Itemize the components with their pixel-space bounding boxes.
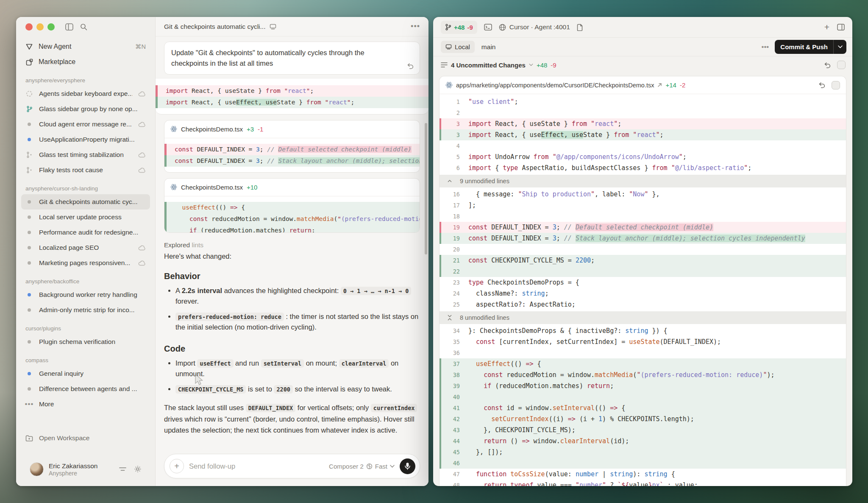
tab-agent-browser[interactable]: Cursor · Agent :4001 <box>499 23 570 31</box>
line-number: 41 <box>440 402 468 414</box>
model-selector[interactable]: Composer 2 Fast <box>329 463 395 470</box>
tab-source-control[interactable]: +48 -9 <box>441 21 477 34</box>
fold-bar[interactable]: 8 unmodified lines <box>440 311 846 324</box>
sidebar-item[interactable]: Cloud agent error message re... <box>21 117 150 132</box>
inline-code: prefers-reduced-motion: reduce <box>175 313 284 321</box>
diff-cards: CheckpointsDemo.tsx+3-1const DEFAULT_IND… <box>164 120 420 233</box>
dot-gray-icon <box>25 120 33 128</box>
avatar[interactable] <box>30 462 44 476</box>
cloud-icon <box>138 122 146 127</box>
sidebar-section-label: anysphere/backoffice <box>25 278 150 285</box>
response-heading: Code <box>164 344 420 354</box>
sidebar-item[interactable]: Localized page SEO <box>21 240 150 255</box>
line-number: 44 <box>440 436 468 447</box>
line-number: 16 <box>440 189 468 200</box>
diff-card[interactable]: CheckpointsDemo.tsx+3-1const DEFAULT_IND… <box>164 120 420 173</box>
minimize-button[interactable] <box>36 23 44 31</box>
zoom-button[interactable] <box>47 23 55 31</box>
split-panel-icon[interactable] <box>837 24 845 31</box>
new-tab-icon[interactable]: + <box>824 22 829 32</box>
diff-card-body: useEffect(() => { const reducedMotion = … <box>164 196 420 232</box>
discard-all-icon[interactable] <box>824 62 831 68</box>
sidebar-body: New Agent ⌘N Marketplace anysphere/every… <box>16 36 155 486</box>
code-line: 42 setCurrentIndex((i) => (i + 1) % CHEC… <box>440 414 846 425</box>
changes-added: +48 <box>537 61 547 69</box>
stage-file-checkbox[interactable] <box>832 81 840 89</box>
cursor-agents-window: New Agent ⌘N Marketplace anysphere/every… <box>16 17 428 486</box>
sidebar-item-new-agent[interactable]: New Agent ⌘N <box>21 39 150 54</box>
diff-card[interactable]: CheckpointsDemo.tsx+10 useEffect(() => {… <box>164 178 420 233</box>
add-context-button[interactable]: + <box>170 459 184 473</box>
sidebar-item[interactable]: •••More <box>21 397 150 412</box>
uncommitted-changes-row[interactable]: 4 Uncommitted Changes +48 -9 <box>433 56 852 73</box>
sidebar-item[interactable]: Glass test timing stabilization <box>21 147 150 162</box>
search-icon[interactable] <box>80 23 87 31</box>
dot-gray-icon <box>25 259 33 267</box>
file-diff-header[interactable]: apps/marketing/app/components/demo/Curso… <box>440 76 846 94</box>
chat-more-button[interactable]: ••• <box>411 22 420 31</box>
text: and run <box>234 359 261 367</box>
dot-gray-icon <box>25 229 33 236</box>
code-text <box>468 391 846 402</box>
commit-push-button[interactable]: Commit & Push <box>775 40 846 54</box>
settings-gear-icon[interactable] <box>134 465 142 473</box>
filter-icon[interactable] <box>119 467 126 472</box>
tab-terminal[interactable] <box>484 24 492 31</box>
stage-all-checkbox[interactable] <box>837 61 846 69</box>
diff-line-add: if (reducedMotion.matches) return; <box>164 225 420 232</box>
agent-chat-panel: Git & checkpoints automatic cycli... •••… <box>156 17 428 486</box>
text: A <box>175 287 182 294</box>
file-removed: -2 <box>680 81 685 89</box>
code-line: 34}: CheckpointsDemoProps & { inactiveBg… <box>440 325 846 336</box>
sidebar-item[interactable]: Local server update process <box>21 210 150 225</box>
chat-scroll-area[interactable]: Update "Git & checkpoints" to automatica… <box>156 36 428 448</box>
sidebar-item[interactable]: Git & checkpoints automatic cyc... <box>21 194 150 210</box>
sidebar-toggle-icon[interactable] <box>65 23 73 31</box>
sidebar-item[interactable]: General inquiry <box>21 366 150 381</box>
open-workspace-label: Open Workspace <box>39 434 146 442</box>
sidebar-item[interactable]: Plugin schema verification <box>21 334 150 349</box>
branch-name[interactable]: main <box>481 43 496 51</box>
sidebar-item[interactable]: UseApplicationProperty migrati... <box>21 132 150 147</box>
discard-file-icon[interactable] <box>818 82 826 88</box>
code-text: import UndoArrow from "@/app/components/… <box>468 151 846 162</box>
toolbar-more-button[interactable]: ••• <box>761 43 769 51</box>
local-target-pill[interactable]: Local <box>441 41 475 53</box>
diff-card-added: +10 <box>247 184 257 191</box>
sidebar-item-marketplace[interactable]: Marketplace <box>21 54 150 70</box>
open-file-icon <box>657 83 662 87</box>
sidebar-item[interactable]: Difference between agents and ... <box>21 381 150 397</box>
composer-input[interactable]: Send follow-up <box>189 462 324 470</box>
sidebar-item[interactable]: Admin-only metric strip for inco... <box>21 302 150 318</box>
open-workspace-button[interactable]: Open Workspace <box>21 430 150 446</box>
diff-code-area[interactable]: 1"use client";23import React, { useState… <box>440 94 846 486</box>
fold-bar[interactable]: 9 unmodified lines <box>440 175 846 187</box>
copy-tab-icon[interactable] <box>577 24 583 31</box>
bold-text: 2.2s interval <box>182 287 222 294</box>
line-number: 39 <box>440 380 468 391</box>
sidebar-item[interactable]: Background worker retry handling <box>21 287 150 302</box>
chat-scrollbar[interactable] <box>425 123 427 254</box>
sidebar-item[interactable]: Glass sidebar group by none op... <box>21 101 150 117</box>
voice-input-button[interactable] <box>400 458 415 474</box>
followup-composer[interactable]: + Send follow-up Composer 2 Fast <box>164 454 420 478</box>
mouse-cursor <box>193 373 204 386</box>
close-button[interactable] <box>25 23 33 31</box>
sidebar-item[interactable]: Performance audit for redesigne... <box>21 225 150 240</box>
text: advances the highlighted checkpoint: <box>222 287 341 294</box>
diff-card-body: const DEFAULT_INDEX = 3; // Default sele… <box>164 138 420 172</box>
diff-card-header[interactable]: CheckpointsDemo.tsx+3-1 <box>164 120 420 138</box>
tab-diff-added: +48 <box>454 24 465 31</box>
tool-status-line[interactable]: Explored lints <box>164 241 420 249</box>
sidebar-item[interactable]: Agents sidebar keyboard expe... <box>21 86 150 101</box>
code-line: 19const DEFAULT_INDEX = 3; // Default se… <box>440 222 846 233</box>
diff-line-del: import React, { useState } from "react"; <box>156 85 428 97</box>
commit-options-chevron[interactable] <box>833 40 846 54</box>
user-message: Update "Git & checkpoints" to automatica… <box>164 42 420 75</box>
sidebar-item[interactable]: Flaky tests root cause <box>21 162 150 178</box>
line-number: 36 <box>440 347 468 358</box>
restore-checkpoint-icon[interactable] <box>407 63 414 69</box>
sidebar-item[interactable]: Marketing pages responsiven... <box>21 255 150 271</box>
diff-card-header[interactable]: CheckpointsDemo.tsx+10 <box>164 179 420 196</box>
line-number: 42 <box>440 414 468 425</box>
